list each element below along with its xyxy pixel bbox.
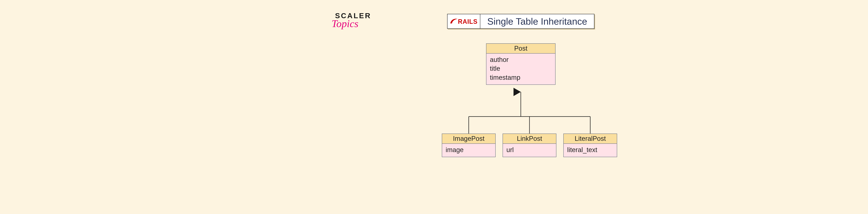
title-banner: RAILS Single Table Inheritance xyxy=(447,14,594,29)
class-post: Post author title timestamp xyxy=(486,43,556,85)
attr: image xyxy=(446,145,492,154)
rails-label: RAILS xyxy=(458,18,477,25)
rails-logo-box: RAILS xyxy=(447,14,480,29)
class-linkpost-attrs: url xyxy=(503,144,556,157)
class-literalpost: LiteralPost literal_text xyxy=(563,134,617,157)
attr: url xyxy=(506,145,553,154)
logo-bottom-text: Topics xyxy=(332,19,371,29)
class-post-attrs: author title timestamp xyxy=(487,54,555,84)
class-linkpost-name: LinkPost xyxy=(503,134,556,144)
class-linkpost: LinkPost url xyxy=(503,134,556,157)
attr: literal_text xyxy=(567,145,613,154)
class-post-name: Post xyxy=(487,44,555,54)
class-literalpost-name: LiteralPost xyxy=(564,134,617,144)
class-imagepost-attrs: image xyxy=(442,144,495,157)
rails-icon: RAILS xyxy=(450,17,477,25)
attr: timestamp xyxy=(490,73,552,82)
diagram-title: Single Table Inheritance xyxy=(480,14,594,29)
class-imagepost: ImagePost image xyxy=(442,134,496,157)
attr: author xyxy=(490,55,552,64)
diagram-canvas: SCALER Topics RAILS Single Table Inherit… xyxy=(312,0,729,214)
attr: title xyxy=(490,64,552,73)
class-imagepost-name: ImagePost xyxy=(442,134,495,144)
inheritance-connectors xyxy=(312,0,729,214)
scaler-topics-logo: SCALER Topics xyxy=(335,12,371,29)
class-literalpost-attrs: literal_text xyxy=(564,144,617,157)
